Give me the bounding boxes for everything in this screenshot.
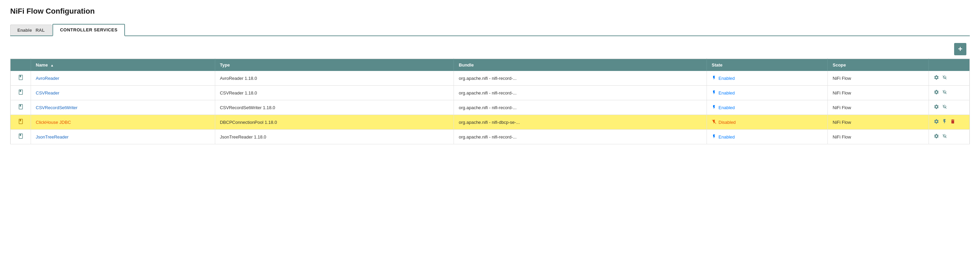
service-name-link[interactable]: JsonTreeReader: [36, 134, 68, 139]
service-name-link[interactable]: AvroReader: [36, 76, 59, 81]
state-label: Enabled: [719, 76, 735, 81]
col-state: State: [707, 59, 828, 71]
configure-icon[interactable]: [934, 104, 939, 111]
row-bundle-cell: org.apache.nifi - nifi-record-...: [454, 130, 707, 144]
service-icon: [18, 104, 24, 111]
service-name-link[interactable]: CSVRecordSetWriter: [36, 105, 78, 110]
col-icon: [11, 59, 31, 71]
row-state-cell: Enabled: [707, 71, 828, 86]
row-name-cell[interactable]: JsonTreeReader: [31, 130, 215, 144]
service-icon: [18, 118, 24, 126]
col-actions: [929, 59, 970, 71]
delete-icon[interactable]: [950, 119, 956, 125]
configure-icon[interactable]: [934, 90, 939, 96]
configure-icon[interactable]: [934, 133, 939, 140]
row-icon-cell: [11, 130, 31, 144]
tab-controller-services[interactable]: CONTROLLER SERVICES: [52, 24, 125, 36]
row-type-cell: AvroReader 1.18.0: [215, 71, 454, 86]
row-icon-cell: [11, 115, 31, 130]
disable-icon[interactable]: [942, 104, 947, 111]
disable-icon[interactable]: [942, 75, 947, 82]
state-icon: [712, 134, 716, 140]
table-row: CSVRecordSetWriter CSVRecordSetWriter 1.…: [11, 100, 970, 115]
row-name-cell[interactable]: ClickHouse JDBC: [31, 115, 215, 130]
row-icon-cell: [11, 100, 31, 115]
row-state-cell: Enabled: [707, 130, 828, 144]
state-icon: [712, 119, 716, 125]
table-row: ClickHouse JDBC DBCPConnectionPool 1.18.…: [11, 115, 970, 130]
row-type-cell: JsonTreeReader 1.18.0: [215, 130, 454, 144]
row-scope-cell: NiFi Flow: [828, 130, 929, 144]
disable-icon[interactable]: [942, 133, 947, 140]
row-state-cell: Enabled: [707, 100, 828, 115]
state-label: Disabled: [719, 120, 736, 125]
row-scope-cell: NiFi Flow: [828, 86, 929, 100]
controller-services-table: Name ▲ Type Bundle State Scope AvroReade…: [10, 59, 970, 144]
row-type-cell: DBCPConnectionPool 1.18.0: [215, 115, 454, 130]
col-scope: Scope: [828, 59, 929, 71]
add-controller-service-button[interactable]: +: [954, 43, 966, 55]
configure-icon[interactable]: [934, 75, 939, 82]
tabs-container: Enable RAL CONTROLLER SERVICES: [10, 24, 970, 36]
col-bundle: Bundle: [454, 59, 707, 71]
table-row: JsonTreeReader JsonTreeReader 1.18.0 org…: [11, 130, 970, 144]
row-icon-cell: [11, 71, 31, 86]
page-container: NiFi Flow Configuration Enable RAL CONTR…: [0, 0, 980, 151]
state-label: Enabled: [719, 105, 735, 110]
service-name-link[interactable]: CSVReader: [36, 90, 59, 96]
row-state-cell: Enabled: [707, 86, 828, 100]
tab-general[interactable]: Enable RAL: [10, 24, 52, 35]
row-actions-cell: [929, 71, 970, 86]
row-bundle-cell: org.apache.nifi - nifi-record-...: [454, 86, 707, 100]
configure-icon[interactable]: [934, 119, 939, 125]
row-state-cell: Disabled: [707, 115, 828, 130]
row-icon-cell: [11, 86, 31, 100]
state-label: Enabled: [719, 134, 735, 139]
enable-icon[interactable]: [942, 119, 947, 125]
service-icon: [18, 89, 24, 96]
state-label: Enabled: [719, 90, 735, 96]
row-bundle-cell: org.apache.nifi - nifi-record-...: [454, 100, 707, 115]
row-scope-cell: NiFi Flow: [828, 100, 929, 115]
row-name-cell[interactable]: AvroReader: [31, 71, 215, 86]
row-bundle-cell: org.apache.nifi - nifi-record-...: [454, 71, 707, 86]
col-name[interactable]: Name ▲: [31, 59, 215, 71]
row-scope-cell: NiFi Flow: [828, 115, 929, 130]
table-header-row: Name ▲ Type Bundle State Scope: [11, 59, 970, 71]
service-icon: [18, 133, 24, 141]
col-type: Type: [215, 59, 454, 71]
row-type-cell: CSVRecordSetWriter 1.18.0: [215, 100, 454, 115]
disable-icon[interactable]: [942, 90, 947, 96]
state-icon: [712, 90, 716, 96]
row-actions-cell: [929, 86, 970, 100]
service-icon: [18, 74, 24, 82]
state-icon: [712, 75, 716, 81]
row-bundle-cell: org.apache.nifi - nifi-dbcp-se-...: [454, 115, 707, 130]
table-row: CSVReader CSVReader 1.18.0 org.apache.ni…: [11, 86, 970, 100]
add-button-row: +: [10, 43, 970, 55]
row-name-cell[interactable]: CSVReader: [31, 86, 215, 100]
state-icon: [712, 105, 716, 110]
page-title: NiFi Flow Configuration: [10, 7, 970, 16]
row-scope-cell: NiFi Flow: [828, 71, 929, 86]
service-name-link[interactable]: ClickHouse JDBC: [36, 120, 71, 125]
row-actions-cell: [929, 115, 970, 130]
table-row: AvroReader AvroReader 1.18.0 org.apache.…: [11, 71, 970, 86]
row-type-cell: CSVReader 1.18.0: [215, 86, 454, 100]
row-actions-cell: [929, 130, 970, 144]
row-actions-cell: [929, 100, 970, 115]
row-name-cell[interactable]: CSVRecordSetWriter: [31, 100, 215, 115]
